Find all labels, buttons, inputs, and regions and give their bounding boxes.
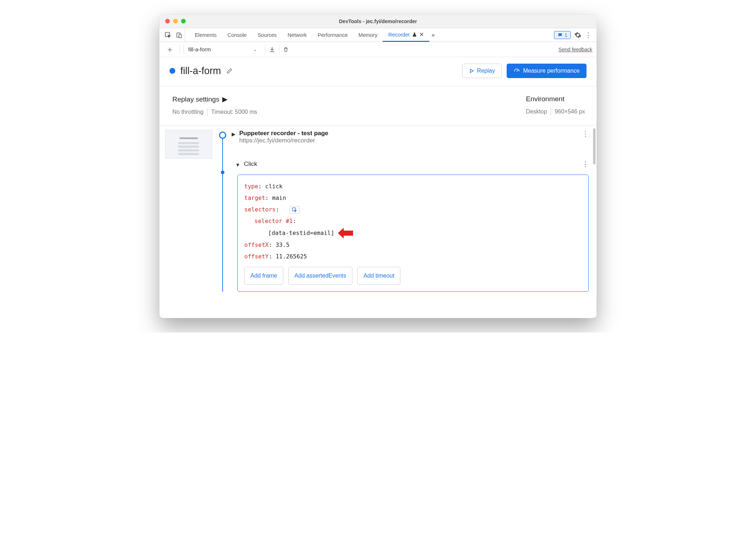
chevron-down-icon: ⌄: [253, 47, 257, 52]
settings-icon[interactable]: [574, 31, 581, 39]
messages-badge[interactable]: 1: [554, 31, 571, 39]
inspect-element-icon[interactable]: [164, 31, 172, 39]
steps-column: ▶ Puppeteer recorder - test page https:/…: [214, 125, 597, 318]
timeout-value: Timeout: 5000 ms: [211, 109, 257, 115]
prop-key: offsetY: [244, 253, 269, 260]
thumbnail-column: [159, 125, 214, 318]
tab-network[interactable]: Network: [282, 28, 312, 42]
prop-key: selectors: [244, 206, 276, 213]
settings-row: Replay settings ▶ No throttling Timeout:…: [159, 86, 597, 125]
close-tab-icon[interactable]: ✕: [419, 31, 424, 38]
chevron-right-icon[interactable]: ▶: [232, 131, 236, 137]
devtools-window: DevTools - jec.fyi/demo/recorder Element…: [159, 14, 597, 318]
more-tabs-icon[interactable]: »: [429, 32, 437, 38]
tab-memory[interactable]: Memory: [353, 28, 383, 42]
chevron-right-icon: ▶: [222, 95, 228, 103]
step-dot-icon: [221, 171, 224, 174]
add-asserted-events-button[interactable]: Add assertedEvents: [288, 267, 352, 285]
titlebar: DevTools - jec.fyi/demo/recorder: [159, 14, 597, 28]
step-1-title: Puppeteer recorder - test page: [239, 130, 328, 137]
replay-button[interactable]: Replay: [462, 64, 502, 78]
step-2-header[interactable]: ▼ Click ⋮: [235, 160, 589, 168]
send-feedback-link[interactable]: Send feedback: [559, 47, 592, 52]
experiment-icon: [412, 32, 417, 37]
tab-sources[interactable]: Sources: [252, 28, 282, 42]
window-title: DevTools - jec.fyi/demo/recorder: [159, 18, 597, 24]
chevron-down-icon[interactable]: ▼: [235, 162, 240, 168]
prop-key: offsetX: [244, 241, 269, 248]
step-1-header[interactable]: ▶ Puppeteer recorder - test page https:/…: [232, 130, 589, 144]
tab-console[interactable]: Console: [222, 28, 252, 42]
prop-key: type: [244, 183, 258, 190]
step-thumbnail[interactable]: [165, 130, 212, 159]
tab-recorder[interactable]: Recorder ✕: [383, 29, 429, 42]
timeline: ▶ Puppeteer recorder - test page https:/…: [219, 130, 589, 292]
tabs-list: Elements Console Sources Network Perform…: [189, 28, 552, 42]
export-icon[interactable]: [269, 46, 275, 53]
step-2-title: Click: [244, 160, 257, 168]
throttling-value: No throttling: [172, 109, 203, 115]
recording-header: fill-a-form Replay Measure performance: [159, 57, 597, 86]
svg-rect-2: [179, 34, 181, 38]
replay-settings-detail: No throttling Timeout: 5000 ms: [172, 108, 257, 116]
add-timeout-button[interactable]: Add timeout: [357, 267, 400, 285]
kebab-menu-icon[interactable]: ⋮: [585, 31, 592, 39]
recorder-toolbar: ＋ fill-a-form ⌄ Send feedback: [159, 42, 597, 57]
device-value: Desktop: [526, 108, 547, 115]
recording-dropdown[interactable]: fill-a-form ⌄: [184, 44, 261, 55]
scrollbar[interactable]: [593, 128, 596, 164]
new-recording-button[interactable]: ＋: [164, 44, 176, 55]
environment-detail: Desktop 960×546 px: [526, 108, 585, 115]
environment-heading: Environment: [526, 95, 564, 103]
tabs-bar: Elements Console Sources Network Perform…: [159, 28, 597, 42]
recording-title: fill-a-form: [180, 65, 221, 77]
device-toggle-icon[interactable]: [176, 31, 182, 39]
tab-performance[interactable]: Performance: [312, 28, 353, 42]
viewport-value: 960×546 px: [555, 108, 585, 115]
tab-elements[interactable]: Elements: [189, 28, 222, 42]
step-kebab-icon[interactable]: ⋮: [582, 160, 589, 168]
edit-title-icon[interactable]: [226, 68, 233, 74]
prop-key: selector #1: [254, 218, 293, 224]
step-details-panel: type: click target: main selectors: sele…: [237, 175, 589, 292]
steps-area: ▶ Puppeteer recorder - test page https:/…: [159, 125, 597, 318]
prop-key: target: [244, 194, 265, 201]
step-1-url: https://jec.fyi/demo/recorder: [239, 137, 328, 144]
arrow-annotation-icon: [337, 227, 353, 239]
delete-icon[interactable]: [283, 46, 289, 53]
status-dot-icon: [169, 68, 175, 74]
step-marker-icon: [219, 132, 226, 139]
step-kebab-icon[interactable]: ⋮: [582, 130, 589, 138]
right-tools: 1 ⋮: [554, 31, 594, 39]
selector-picker-icon[interactable]: [289, 206, 300, 214]
add-frame-button[interactable]: Add frame: [244, 267, 283, 285]
measure-performance-button[interactable]: Measure performance: [507, 64, 587, 78]
replay-settings-heading[interactable]: Replay settings ▶: [172, 95, 257, 103]
selector-value[interactable]: [data-testid=email]: [268, 227, 334, 239]
